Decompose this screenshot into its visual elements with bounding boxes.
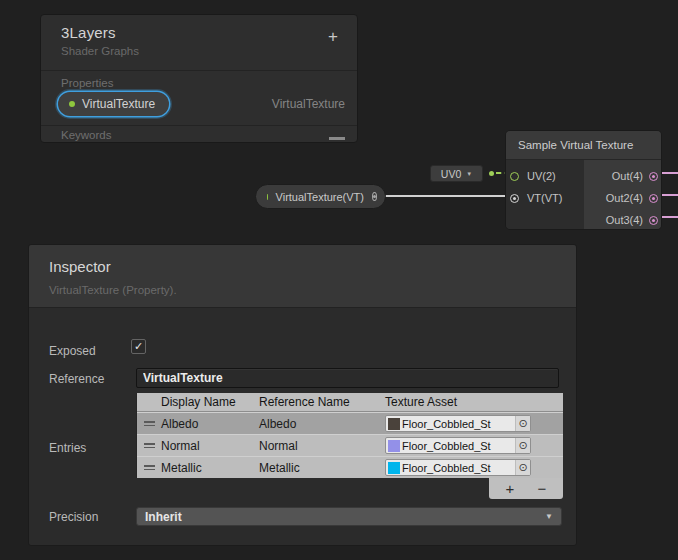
object-picker-icon[interactable]: ⊙ — [515, 416, 530, 431]
property-row: VirtualTexture VirtualTexture — [41, 92, 357, 126]
table-row-albedo[interactable]: Albedo Albedo Floor_Cobbled_St ⊙ — [137, 412, 563, 434]
entries-table-header: Display Name Reference Name Texture Asse… — [137, 393, 563, 412]
precision-label: Precision — [49, 510, 98, 524]
remove-entry-button[interactable]: − — [531, 480, 553, 498]
input-row-vt: VT(VT) — [506, 187, 584, 209]
column-display-name: Display Name — [137, 395, 259, 409]
chevron-down-icon: ▼ — [545, 512, 553, 521]
texture-swatch — [388, 462, 400, 474]
port-uv-label: UV(2) — [527, 170, 556, 182]
inspector-subtitle: VirtualTexture (Property). — [49, 284, 556, 296]
entries-label: Entries — [49, 441, 86, 455]
port-out1-icon[interactable] — [649, 172, 658, 181]
cell-reference-name: Metallic — [259, 461, 385, 475]
entries-table: Display Name Reference Name Texture Asse… — [136, 393, 563, 478]
port-out2-label: Out2(4) — [606, 192, 643, 204]
texture-asset-name: Floor_Cobbled_St — [402, 418, 515, 430]
input-row-uv: UV(2) — [506, 165, 584, 187]
object-picker-icon[interactable]: ⊙ — [515, 460, 530, 475]
blackboard-header: 3Layers Shader Graphs + — [41, 15, 357, 71]
entries-table-footer: + − — [489, 478, 563, 499]
texture-swatch — [388, 440, 400, 452]
add-entry-button[interactable]: + — [499, 480, 521, 498]
column-reference-name: Reference Name — [259, 395, 385, 409]
property-type-label: VirtualTexture — [272, 97, 345, 111]
port-out3-icon[interactable] — [649, 216, 658, 225]
cell-reference-name: Albedo — [259, 417, 385, 431]
uv-default-port-icon — [489, 171, 494, 176]
port-out2-icon[interactable] — [649, 194, 658, 203]
graph-subtitle: Shader Graphs — [61, 45, 345, 57]
property-name: VirtualTexture — [82, 97, 155, 111]
object-picker-icon[interactable]: ⊙ — [515, 438, 530, 453]
table-row-normal[interactable]: Normal Normal Floor_Cobbled_St ⊙ — [137, 434, 563, 456]
edge-vt-to-node[interactable] — [384, 195, 514, 197]
graph-title: 3Layers — [61, 24, 345, 41]
exposed-checkbox[interactable]: ✓ — [131, 339, 146, 354]
sample-virtual-texture-node[interactable]: Sample Virtual Texture UV(2) VT(VT) Out(… — [505, 130, 662, 230]
texture-asset-name: Floor_Cobbled_St — [402, 462, 515, 474]
drag-handle-icon[interactable] — [137, 421, 161, 426]
resize-handle[interactable] — [329, 137, 345, 140]
cell-reference-name: Normal — [259, 439, 385, 453]
node-title: Sample Virtual Texture — [506, 131, 661, 160]
port-vt-label: VT(VT) — [527, 192, 562, 204]
port-vt-icon[interactable] — [510, 194, 519, 203]
exposed-label: Exposed — [49, 344, 96, 358]
node-inputs: UV(2) VT(VT) — [506, 160, 584, 229]
output-row-out3: Out3(4) — [584, 209, 661, 230]
uv-channel-value: UV0 — [441, 168, 461, 180]
uv-channel-dropdown[interactable]: UV0 ▼ — [430, 165, 483, 182]
column-texture-asset: Texture Asset — [385, 395, 563, 409]
port-out1-label: Out(4) — [612, 170, 643, 182]
inspector-header: Inspector VirtualTexture (Property). — [29, 245, 576, 308]
output-row-out2: Out2(4) — [584, 187, 661, 209]
table-row-metallic[interactable]: Metallic Metallic Floor_Cobbled_St ⊙ — [137, 456, 563, 478]
property-output-port[interactable] — [372, 192, 377, 201]
property-pill-virtualtexture[interactable]: VirtualTexture — [58, 92, 169, 116]
add-property-icon[interactable]: + — [323, 27, 343, 47]
texture-asset-field[interactable]: Floor_Cobbled_St ⊙ — [385, 459, 531, 476]
checkmark-icon: ✓ — [134, 340, 143, 353]
blackboard-panel: 3Layers Shader Graphs + Properties Virtu… — [40, 14, 358, 143]
inspector-title: Inspector — [49, 258, 556, 275]
texture-swatch — [388, 418, 400, 430]
precision-value: Inherit — [145, 510, 545, 524]
property-node-virtualtexture[interactable]: VirtualTexture(VT) — [255, 184, 386, 209]
drag-handle-icon[interactable] — [137, 443, 161, 448]
cell-display-name: Normal — [161, 439, 259, 453]
port-uv-icon[interactable] — [510, 172, 519, 181]
texture-asset-name: Floor_Cobbled_St — [402, 440, 515, 452]
property-dot-icon — [267, 194, 268, 200]
texture-asset-field[interactable]: Floor_Cobbled_St ⊙ — [385, 415, 531, 432]
drag-handle-icon[interactable] — [137, 465, 161, 470]
inspector-panel: Inspector VirtualTexture (Property). Exp… — [28, 244, 577, 546]
cell-display-name: Metallic — [161, 461, 259, 475]
reference-label: Reference — [49, 372, 104, 386]
properties-section-label: Properties — [41, 71, 357, 89]
reference-input[interactable] — [136, 368, 559, 388]
keywords-section-label: Keywords — [41, 126, 357, 141]
node-outputs: Out(4) Out2(4) Out3(4) — [584, 160, 661, 229]
output-row-out1: Out(4) — [584, 165, 661, 187]
precision-dropdown[interactable]: Inherit ▼ — [136, 507, 562, 526]
property-dot-icon — [69, 101, 75, 107]
cell-display-name: Albedo — [161, 417, 259, 431]
texture-asset-field[interactable]: Floor_Cobbled_St ⊙ — [385, 437, 531, 454]
property-node-label: VirtualTexture(VT) — [276, 191, 364, 203]
chevron-down-icon: ▼ — [466, 171, 472, 177]
port-out3-label: Out3(4) — [606, 214, 643, 226]
